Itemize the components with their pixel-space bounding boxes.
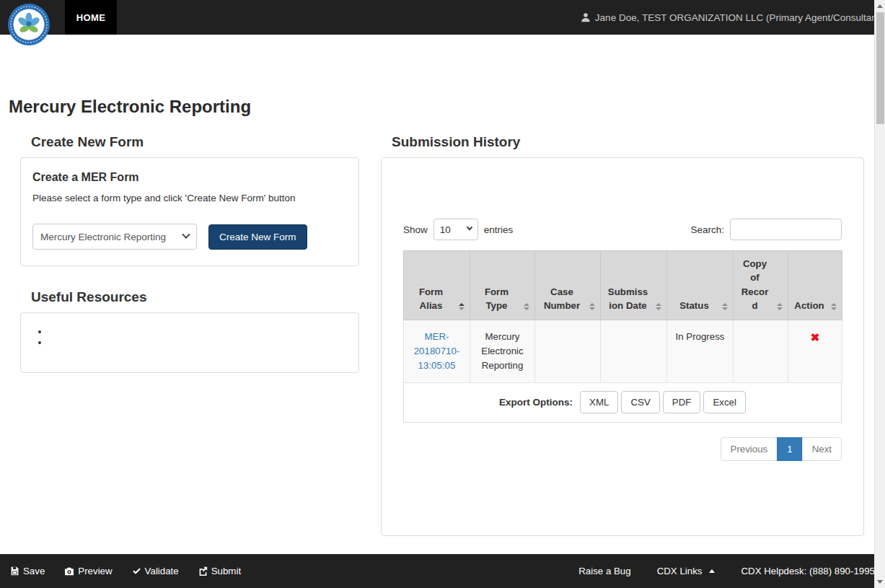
preview-icon — [64, 567, 74, 576]
cell-submission-date — [601, 320, 667, 383]
vertical-scrollbar[interactable] — [874, 0, 885, 588]
col-header-submission-date[interactable]: Submission Date — [601, 251, 667, 320]
left-column: Create New Form Create a MER Form Please… — [20, 127, 359, 373]
useful-resources-card — [20, 312, 359, 373]
col-header-form-alias[interactable]: Form Alias — [404, 251, 470, 320]
caret-up-icon — [709, 569, 715, 573]
export-xml-button[interactable]: XML — [580, 391, 618, 413]
main-content: Mercury Electronic Reporting Create New … — [0, 35, 874, 554]
col-header-case-number[interactable]: Case Number — [535, 251, 601, 320]
page-size-select[interactable]: 10 — [433, 219, 478, 240]
form-type-selected-value: Mercury Electronic Reporting — [40, 232, 166, 242]
col-header-label: Submission Date — [608, 286, 648, 311]
col-header-label: Form Alias — [419, 286, 443, 311]
cdx-helpdesk-label: CDX Helpdesk: (888) 890-1995 — [741, 566, 875, 576]
form-alias-link[interactable]: MER-20180710-13:05:05 — [414, 331, 460, 371]
user-icon — [581, 12, 591, 22]
col-header-label: Case Number — [544, 286, 580, 311]
col-header-label: Action — [794, 300, 824, 311]
create-form-section-title: Create New Form — [31, 134, 359, 150]
create-form-card: Create a MER Form Please select a form t… — [20, 157, 359, 266]
useful-resources-list — [48, 326, 347, 348]
cell-case-number — [535, 320, 601, 383]
right-column: Submission History Show 10 entries Searc… — [381, 127, 864, 536]
top-navbar: HOME Jane Doe, TEST ORGANIZATION LLC (Pr… — [0, 0, 885, 35]
search-input[interactable] — [730, 219, 842, 240]
search-controls: Search: — [690, 219, 842, 240]
export-options-row: Export Options: XML CSV PDF Excel — [403, 383, 842, 423]
col-header-copy-of-record[interactable]: Copy of Record — [734, 251, 788, 320]
page-title: Mercury Electronic Reporting — [9, 97, 874, 117]
cell-copy-of-record — [734, 320, 788, 383]
cell-action — [788, 320, 842, 383]
cell-form-alias: MER-20180710-13:05:05 — [404, 320, 470, 383]
pagination-previous-button[interactable]: Previous — [721, 437, 778, 461]
preview-label: Preview — [78, 566, 112, 576]
sort-icon — [656, 303, 661, 310]
chevron-down-icon — [467, 224, 472, 230]
table-controls: Show 10 entries Search: — [403, 219, 842, 240]
epa-logo — [7, 3, 50, 46]
save-icon — [10, 566, 19, 576]
page-size-selected-value: 10 — [440, 224, 451, 235]
submission-history-section-title: Submission History — [392, 134, 864, 150]
pagination-page-1-button[interactable]: 1 — [777, 437, 802, 461]
footer-bar: Save Preview Validate — [0, 554, 885, 588]
cell-form-type: Mercury Electronic Reporting — [470, 320, 535, 383]
sort-icon — [777, 303, 783, 310]
submission-history-card: Show 10 entries Search: — [381, 157, 864, 536]
validate-button[interactable]: Validate — [132, 566, 179, 576]
col-header-action[interactable]: Action — [788, 251, 842, 320]
save-button[interactable]: Save — [10, 566, 45, 576]
validate-check-icon — [132, 567, 141, 576]
table-header-row: Form Alias Form Type Case Number — [404, 251, 842, 320]
export-options-label: Export Options: — [499, 397, 573, 408]
col-header-status[interactable]: Status — [667, 251, 734, 320]
footer-links: Raise a Bug CDX Links CDX Helpdesk: (888… — [578, 566, 875, 576]
content-columns: Create New Form Create a MER Form Please… — [0, 117, 874, 536]
pagination-next-button[interactable]: Next — [802, 437, 842, 461]
form-type-select[interactable]: Mercury Electronic Reporting — [32, 224, 197, 250]
submit-button[interactable]: Submit — [198, 566, 241, 576]
sort-icon — [524, 303, 529, 310]
user-info[interactable]: Jane Doe, TEST ORGANIZATION LLC (Primary… — [581, 0, 883, 35]
cell-status: In Progress — [667, 320, 734, 383]
search-label: Search: — [690, 224, 724, 235]
chevron-down-icon — [182, 231, 190, 239]
save-label: Save — [23, 566, 45, 576]
export-csv-button[interactable]: CSV — [621, 391, 659, 413]
export-pdf-button[interactable]: PDF — [663, 391, 701, 413]
scrollbar-thumb[interactable] — [876, 12, 884, 124]
col-header-form-type[interactable]: Form Type — [470, 251, 535, 320]
nav-tab-home[interactable]: HOME — [65, 0, 117, 35]
raise-a-bug-link[interactable]: Raise a Bug — [578, 566, 630, 576]
col-header-label: Status — [679, 300, 709, 311]
entries-label: entries — [484, 224, 514, 235]
export-excel-button[interactable]: Excel — [703, 391, 746, 413]
page-size-controls: Show 10 entries — [403, 219, 513, 240]
create-new-form-button[interactable]: Create New Form — [208, 224, 307, 250]
pagination: Previous 1 Next — [403, 437, 842, 461]
submit-icon — [198, 566, 208, 576]
scrollbar-down-arrow[interactable] — [875, 576, 885, 588]
submission-history-table: Form Alias Form Type Case Number — [403, 250, 842, 383]
preview-button[interactable]: Preview — [64, 566, 112, 576]
validate-label: Validate — [145, 566, 179, 576]
raise-a-bug-label: Raise a Bug — [578, 566, 630, 576]
footer-actions: Save Preview Validate — [10, 566, 241, 576]
create-form-row: Mercury Electronic Reporting Create New … — [32, 224, 347, 250]
sort-icon — [722, 303, 728, 310]
sort-icon — [589, 303, 595, 310]
scrollbar-up-arrow[interactable] — [875, 0, 885, 12]
delete-record-icon[interactable] — [811, 331, 820, 343]
cdx-links-menu[interactable]: CDX Links — [657, 566, 716, 576]
cdx-links-label: CDX Links — [657, 566, 703, 576]
table-row: MER-20180710-13:05:05 Mercury Electronic… — [404, 320, 842, 383]
sort-icon — [459, 303, 464, 310]
user-name-label: Jane Doe, TEST ORGANIZATION LLC (Primary… — [595, 12, 883, 23]
list-item — [48, 326, 347, 337]
cdx-helpdesk-info: CDX Helpdesk: (888) 890-1995 — [741, 566, 875, 576]
create-form-instruction: Please select a form type and click 'Cre… — [32, 193, 347, 203]
col-header-label: Copy of Record — [741, 258, 769, 311]
create-form-card-title: Create a MER Form — [32, 171, 347, 184]
